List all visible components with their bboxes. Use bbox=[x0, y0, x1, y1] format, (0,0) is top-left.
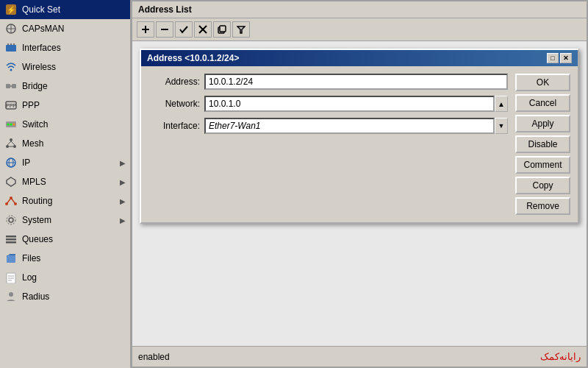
switch-icon bbox=[4, 118, 18, 131]
sidebar-item-files[interactable]: Files bbox=[0, 249, 130, 268]
address-input[interactable] bbox=[204, 74, 508, 90]
interface-input-group: ▼ bbox=[204, 118, 508, 134]
sidebar-item-queues[interactable]: Queues bbox=[0, 230, 130, 249]
sidebar-item-routing[interactable]: Routing ▶ bbox=[0, 191, 130, 210]
svg-point-9 bbox=[10, 69, 12, 71]
radius-icon bbox=[4, 290, 18, 303]
interface-label: Interface: bbox=[148, 121, 200, 131]
svg-text:⚡: ⚡ bbox=[7, 5, 16, 15]
sidebar-item-label: Routing bbox=[22, 196, 115, 206]
interface-row: Interface: ▼ bbox=[148, 118, 508, 134]
disable-button[interactable] bbox=[194, 21, 212, 38]
dialog-minimize-button[interactable]: □ bbox=[547, 53, 559, 63]
mpls-icon bbox=[4, 175, 18, 188]
sidebar-item-switch[interactable]: Switch bbox=[0, 115, 130, 134]
remove-button[interactable] bbox=[156, 21, 173, 38]
files-icon bbox=[4, 252, 18, 265]
sidebar-item-label: Switch bbox=[22, 119, 126, 130]
sidebar-item-label: Files bbox=[22, 253, 126, 263]
sidebar-item-label: Log bbox=[22, 272, 126, 283]
sidebar-item-system[interactable]: System ▶ bbox=[0, 210, 130, 230]
comment-button[interactable]: Comment bbox=[515, 156, 570, 174]
sidebar-item-radius[interactable]: Radius bbox=[0, 287, 130, 306]
toolbar bbox=[132, 18, 587, 41]
sidebar-item-label: Interfaces bbox=[22, 43, 126, 53]
enable-button[interactable] bbox=[175, 21, 193, 38]
address-dialog: Address <10.0.1.2/24> □ ✕ Address: Netwo… bbox=[140, 49, 579, 224]
svg-point-42 bbox=[9, 292, 13, 297]
brand-text: رایانه‌کمک bbox=[540, 351, 581, 362]
system-icon bbox=[4, 213, 18, 227]
sidebar-item-wireless[interactable]: Wireless bbox=[0, 57, 130, 77]
sidebar-item-mpls[interactable]: MPLS ▶ bbox=[0, 172, 130, 191]
sidebar-item-label: Radius bbox=[22, 291, 126, 302]
address-list-window: Address List bbox=[131, 0, 588, 368]
address-row: Address: bbox=[148, 74, 508, 90]
sidebar-item-ip[interactable]: IP ▶ bbox=[0, 153, 130, 172]
dialog-close-button[interactable]: ✕ bbox=[560, 53, 572, 63]
disable-button[interactable]: Disable bbox=[515, 135, 570, 153]
network-arrow-button[interactable]: ▲ bbox=[495, 96, 508, 112]
network-label: Network: bbox=[148, 99, 200, 109]
copy-button[interactable]: Copy bbox=[515, 177, 570, 194]
svg-point-17 bbox=[10, 124, 12, 126]
interface-input[interactable] bbox=[204, 118, 495, 134]
arrow-icon: ▶ bbox=[120, 216, 126, 224]
sidebar-item-label: PPP bbox=[22, 100, 126, 110]
svg-point-19 bbox=[10, 138, 12, 141]
status-bar: enabled رایانه‌کمک bbox=[132, 346, 587, 367]
sidebar-item-label: MPLS bbox=[22, 177, 115, 187]
capsman-icon bbox=[4, 22, 18, 35]
queues-icon bbox=[4, 233, 18, 246]
apply-button[interactable]: Apply bbox=[515, 115, 570, 132]
log-icon bbox=[4, 271, 18, 284]
interface-dropdown-button[interactable]: ▼ bbox=[495, 118, 508, 134]
svg-point-30 bbox=[5, 202, 8, 205]
sidebar-item-label: CAPsMAN bbox=[22, 24, 126, 34]
network-row: Network: ▲ bbox=[148, 96, 508, 112]
sidebar-item-capsman[interactable]: CAPsMAN bbox=[0, 19, 130, 38]
window-content: Address <10.0.1.2/24> □ ✕ Address: Netwo… bbox=[132, 41, 587, 346]
dialog-title-bar: Address <10.0.1.2/24> □ ✕ bbox=[141, 50, 578, 66]
ok-button[interactable]: OK bbox=[515, 74, 570, 91]
svg-point-33 bbox=[7, 216, 15, 224]
svg-rect-49 bbox=[220, 26, 226, 32]
sidebar: ⚡ Quick Set CAPsMAN Interfaces bbox=[0, 0, 131, 368]
arrow-icon: ▶ bbox=[120, 178, 126, 186]
address-label: Address: bbox=[148, 77, 200, 87]
wireless-icon bbox=[4, 60, 18, 74]
sidebar-item-log[interactable]: Log bbox=[0, 268, 130, 287]
svg-rect-35 bbox=[6, 238, 16, 241]
svg-line-22 bbox=[7, 141, 11, 145]
routing-icon bbox=[4, 194, 18, 208]
quick-set-icon: ⚡ bbox=[4, 3, 18, 16]
network-input[interactable] bbox=[204, 96, 495, 112]
svg-rect-5 bbox=[6, 45, 16, 52]
svg-rect-37 bbox=[7, 255, 15, 263]
add-button[interactable] bbox=[137, 21, 154, 38]
copy-btn-toolbar[interactable] bbox=[213, 21, 231, 38]
sidebar-item-bridge[interactable]: Bridge bbox=[0, 77, 130, 96]
svg-marker-28 bbox=[7, 177, 15, 186]
svg-text:PPP: PPP bbox=[6, 103, 16, 108]
svg-point-18 bbox=[13, 124, 15, 126]
status-text: enabled bbox=[138, 352, 170, 362]
svg-rect-36 bbox=[6, 241, 16, 244]
cancel-button[interactable]: Cancel bbox=[515, 94, 570, 112]
window-title-bar: Address List bbox=[132, 1, 587, 18]
svg-point-31 bbox=[14, 202, 17, 205]
svg-point-16 bbox=[7, 124, 10, 126]
sidebar-item-interfaces[interactable]: Interfaces bbox=[0, 38, 130, 57]
remove-button[interactable]: Remove bbox=[515, 197, 570, 215]
sidebar-item-mesh[interactable]: Mesh bbox=[0, 134, 130, 153]
svg-rect-34 bbox=[6, 236, 16, 238]
svg-point-29 bbox=[10, 197, 12, 199]
filter-button[interactable] bbox=[232, 21, 250, 38]
sidebar-item-ppp[interactable]: PPP PPP bbox=[0, 96, 130, 115]
interfaces-icon bbox=[4, 41, 18, 54]
dialog-buttons: OK Cancel Apply Disable Comment Copy Rem… bbox=[515, 74, 570, 215]
sidebar-item-quick-set[interactable]: ⚡ Quick Set bbox=[0, 0, 130, 19]
sidebar-item-label: Queues bbox=[22, 234, 126, 244]
mesh-icon bbox=[4, 137, 18, 150]
sidebar-item-label: System bbox=[22, 215, 115, 225]
